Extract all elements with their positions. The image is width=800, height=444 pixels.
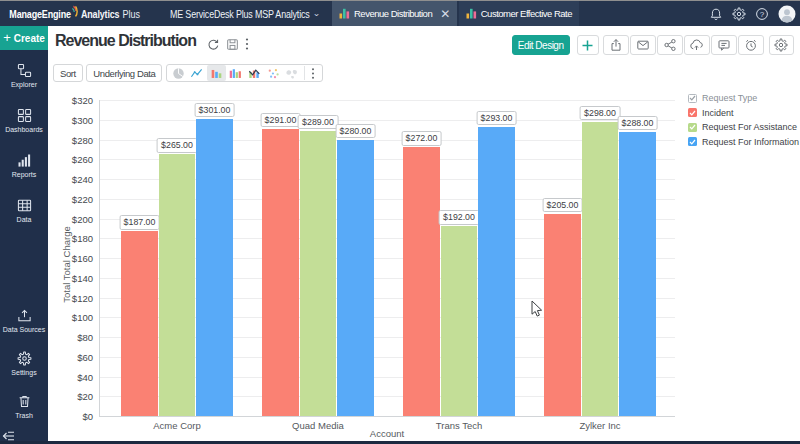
help-icon[interactable]: ? — [755, 7, 769, 21]
create-button[interactable]: + Create — [0, 26, 48, 50]
comments-button[interactable] — [711, 35, 737, 55]
user-avatar[interactable] — [778, 5, 796, 23]
y-axis-line — [99, 100, 100, 416]
tab-label: Customer Effective Rate — [481, 8, 572, 19]
title-more-kebab-icon[interactable] — [245, 37, 249, 51]
bar-request-for-assistance-zylker-inc[interactable] — [582, 122, 619, 416]
sidebar-item-reports[interactable]: Reports — [0, 148, 48, 193]
cloud-upload-icon — [689, 38, 704, 52]
legend-row-request-for-assistance[interactable]: Request For Assistance — [688, 120, 799, 135]
svg-text:?: ? — [760, 9, 765, 18]
plus-icon — [581, 39, 594, 52]
email-button[interactable] — [630, 35, 656, 55]
bar-request-for-information-zylker-inc[interactable] — [619, 132, 656, 416]
sidebar-item-label: Trash — [15, 412, 33, 419]
legend-checkbox[interactable] — [688, 94, 697, 103]
sidebar-item-label: Explorer — [11, 81, 37, 88]
line-chart-type-icon[interactable] — [188, 65, 207, 81]
tab-revenue-distribution[interactable]: Revenue Distribution ✕ — [332, 1, 457, 26]
bar-incident-quad-media[interactable] — [262, 129, 299, 416]
share-nodes-icon — [663, 38, 677, 52]
tab-customer-effective-rate[interactable]: Customer Effective Rate — [459, 1, 579, 26]
bar-incident-zylker-inc[interactable] — [544, 214, 581, 416]
refresh-icon[interactable] — [207, 38, 220, 51]
chart-type-more-kebab-icon[interactable] — [307, 65, 320, 81]
report-settings-button[interactable] — [769, 35, 795, 55]
bar-incident-acme-corp[interactable] — [121, 231, 158, 416]
bar-incident-trans-tech[interactable] — [403, 147, 440, 416]
sidebar-item-label: Dashboards — [5, 126, 43, 133]
bar-request-for-assistance-acme-corp[interactable] — [159, 154, 196, 416]
comment-icon — [717, 38, 731, 52]
legend-row-request-for-information[interactable]: Request For Information — [688, 135, 799, 150]
sidebar-item-settings[interactable]: Settings — [0, 346, 48, 389]
sidebar-item-data[interactable]: Data — [0, 193, 48, 238]
scatter-chart-type-icon[interactable] — [264, 65, 283, 81]
bar-request-for-information-quad-media[interactable] — [337, 140, 374, 417]
bar-request-for-assistance-trans-tech[interactable] — [441, 226, 478, 416]
pie-chart-type-icon[interactable] — [169, 65, 188, 81]
sidebar-item-trash[interactable]: Trash — [0, 389, 48, 431]
publish-cloud-button[interactable] — [684, 35, 710, 55]
report-actions: Edit Design — [512, 35, 794, 55]
sort-button[interactable]: Sort — [53, 64, 83, 82]
notifications-bell-icon[interactable] — [709, 7, 723, 21]
bar-request-for-assistance-quad-media[interactable] — [300, 131, 337, 416]
data-sources-icon — [17, 308, 32, 323]
page-title: Revenue Distribution — [55, 32, 196, 50]
edit-design-button[interactable]: Edit Design — [512, 35, 570, 55]
create-label: Create — [14, 33, 45, 44]
legend-checkbox[interactable] — [688, 137, 697, 146]
sidebar-collapse-button[interactable] — [0, 431, 48, 441]
gear-icon — [774, 38, 788, 52]
bar-request-for-information-acme-corp[interactable] — [196, 119, 233, 416]
y-tick-label: $240 — [51, 174, 93, 185]
view-tabs: Revenue Distribution ✕ Customer Effectiv… — [332, 1, 579, 26]
underlying-data-button[interactable]: Underlying Data — [86, 64, 162, 82]
add-button[interactable] — [577, 35, 600, 55]
y-tick-label: $160 — [51, 253, 93, 264]
plus-icon: + — [3, 30, 11, 45]
bar-request-for-information-trans-tech[interactable] — [478, 127, 515, 416]
chart-region: Total Total Charge $0$20$40$60$80$100$12… — [48, 84, 800, 441]
sidebar-nav-bottom: Data Sources Settings — [0, 303, 48, 441]
alerts-button[interactable] — [738, 35, 764, 55]
legend-row-incident[interactable]: Incident — [688, 106, 799, 121]
tab-close-icon[interactable]: ✕ — [440, 8, 450, 20]
column-chart-type-icon[interactable] — [226, 65, 245, 81]
analytics-plus-app: ManageEngine Analytics Plus ME ServiceDe… — [0, 0, 800, 444]
sidebar-item-label: Reports — [12, 171, 37, 178]
y-tick-label: $200 — [51, 214, 93, 225]
chevron-down-icon: ⌄ — [313, 9, 321, 18]
bar-value-label: $298.00 — [580, 106, 621, 121]
explorer-icon — [17, 63, 32, 78]
bar-value-label: $293.00 — [476, 111, 517, 126]
plot-area: $187.00$265.00$301.00$291.00$289.00$280.… — [99, 100, 675, 416]
brand-logo[interactable]: ManageEngine Analytics Plus — [0, 1, 109, 26]
legend-checkbox[interactable] — [688, 108, 697, 117]
topbar-right-icons: ? — [709, 1, 800, 26]
workspace-switcher[interactable]: ME ServiceDesk Plus MSP Analytics ⌄ — [170, 1, 297, 26]
legend-label: Incident — [702, 108, 734, 118]
data-icon — [17, 198, 32, 213]
map-chart-type-icon[interactable] — [283, 65, 302, 81]
legend-label: Request Type — [702, 93, 757, 103]
admin-gear-icon[interactable] — [732, 7, 746, 21]
save-snapshot-icon[interactable] — [226, 38, 239, 51]
legend-row-request-type[interactable]: Request Type — [688, 91, 799, 106]
bar-chart-type-icon[interactable] — [207, 65, 226, 81]
sidebar-item-explorer[interactable]: Explorer — [0, 58, 48, 103]
bar-value-label: $301.00 — [194, 103, 235, 118]
sidebar-item-dashboards[interactable]: Dashboards — [0, 103, 48, 148]
combo-chart-type-icon[interactable] — [245, 65, 264, 81]
top-bar: ManageEngine Analytics Plus ME ServiceDe… — [0, 1, 800, 26]
sidebar: + Create Explorer — [0, 26, 48, 441]
export-button[interactable] — [603, 35, 629, 55]
legend-label: Request For Assistance — [702, 122, 797, 132]
sidebar-item-data-sources[interactable]: Data Sources — [0, 303, 48, 346]
bar-value-label: $289.00 — [298, 115, 339, 130]
share-button[interactable] — [657, 35, 683, 55]
workspace-name: ME ServiceDesk Plus MSP Analytics — [170, 8, 310, 20]
x-axis-title: Account — [99, 428, 675, 439]
legend-checkbox[interactable] — [688, 123, 697, 132]
